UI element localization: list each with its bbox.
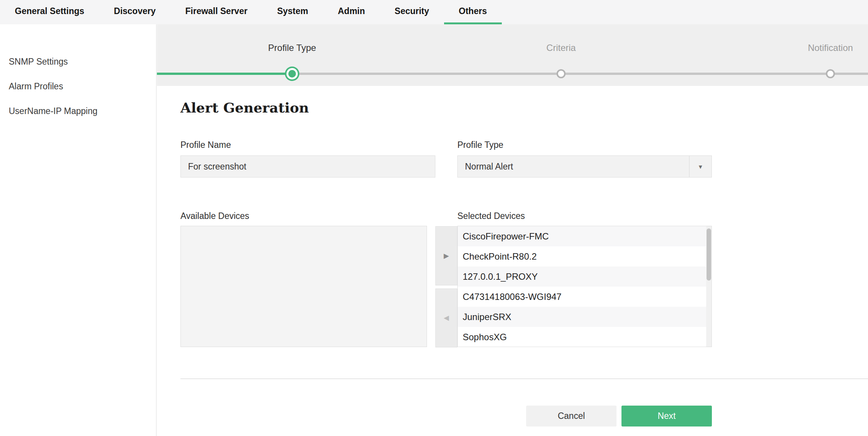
list-item[interactable]: CheckPoint-R80.2 [458, 246, 711, 266]
available-devices-listbox[interactable] [180, 226, 427, 347]
profile-name-field-group: Profile Name [180, 140, 435, 178]
selected-devices-listbox[interactable]: CiscoFirepower-FMC CheckPoint-R80.2 127.… [457, 226, 712, 347]
tab-admin[interactable]: Admin [323, 0, 380, 24]
sidebar-item-alarm-profiles[interactable]: Alarm Profiles [0, 74, 156, 99]
move-left-icon: ◀ [444, 314, 449, 322]
scrollbar-track[interactable] [706, 226, 711, 347]
profile-fields-row: Profile Name Profile Type Normal Alert ▼ [180, 140, 844, 178]
section-divider [180, 379, 868, 379]
profile-type-field-group: Profile Type Normal Alert ▼ [457, 140, 712, 178]
selected-devices-label: Selected Devices [457, 211, 712, 221]
chevron-down-icon: ▼ [689, 156, 711, 177]
profile-type-selected-value: Normal Alert [458, 156, 689, 177]
profile-type-label: Profile Type [457, 140, 712, 150]
tab-system[interactable]: System [262, 0, 323, 24]
sidebar-item-snmp-settings[interactable]: SNMP Settings [0, 49, 156, 74]
tab-security[interactable]: Security [380, 0, 444, 24]
cancel-button[interactable]: Cancel [526, 406, 617, 426]
top-tab-bar: General Settings Discovery Firewall Serv… [0, 0, 868, 24]
page-title: Alert Generation [180, 100, 844, 116]
tab-label: Others [459, 6, 487, 16]
profile-name-label: Profile Name [180, 140, 435, 150]
tab-general-settings[interactable]: General Settings [9, 0, 99, 24]
wizard-stepper: Profile Type Criteria Notification [157, 24, 868, 86]
list-item[interactable]: C47314180063-WGI947 [458, 287, 711, 307]
step-dot-criteria-icon [557, 69, 566, 78]
sidebar: SNMP Settings Alarm Profiles UserName-IP… [0, 24, 157, 436]
move-right-button[interactable]: ▶ [435, 226, 457, 285]
profile-type-dropdown[interactable]: Normal Alert ▼ [457, 155, 712, 178]
form-content: Alert Generation Profile Name Profile Ty… [157, 86, 868, 436]
stepper-progress [157, 73, 292, 75]
tab-label: System [277, 6, 308, 16]
tab-label: Security [395, 6, 429, 16]
step-dot-notification-icon [826, 69, 835, 78]
tab-label: Firewall Server [185, 6, 248, 16]
move-left-button[interactable]: ◀ [435, 289, 457, 348]
list-item[interactable]: CiscoFirepower-FMC [458, 226, 711, 246]
app-window: General Settings Discovery Firewall Serv… [0, 0, 868, 436]
tab-firewall-server[interactable]: Firewall Server [171, 0, 262, 24]
available-devices-label: Available Devices [180, 211, 427, 221]
list-item[interactable]: JuniperSRX [458, 307, 711, 327]
tab-label: General Settings [15, 6, 84, 16]
main-panel: Profile Type Criteria Notification Alert… [157, 24, 868, 436]
transfer-controls: ▶ ◀ [435, 226, 457, 347]
profile-name-input[interactable] [180, 155, 435, 178]
move-right-icon: ▶ [444, 252, 449, 260]
available-devices-group: Available Devices [180, 211, 427, 347]
next-button[interactable]: Next [621, 406, 712, 426]
list-item[interactable]: SophosXG [458, 327, 711, 347]
tab-discovery[interactable]: Discovery [99, 0, 171, 24]
sidebar-item-username-ip-mapping[interactable]: UserName-IP Mapping [0, 99, 156, 124]
tab-others[interactable]: Others [444, 0, 502, 24]
device-picker-row: Available Devices ▶ ◀ Selected Devices C… [180, 211, 844, 347]
list-item[interactable]: 127.0.0.1_PROXY [458, 266, 711, 287]
scrollbar-thumb[interactable] [707, 228, 711, 281]
step-label-notification: Notification [808, 43, 853, 53]
action-buttons-row: Cancel Next [180, 406, 712, 426]
tab-label: Admin [338, 6, 365, 16]
step-dot-profile-type-icon [288, 70, 296, 78]
selected-devices-group: Selected Devices CiscoFirepower-FMC Chec… [457, 211, 712, 347]
step-label-profile-type: Profile Type [268, 43, 316, 53]
step-label-criteria: Criteria [546, 43, 576, 53]
tab-label: Discovery [114, 6, 156, 16]
